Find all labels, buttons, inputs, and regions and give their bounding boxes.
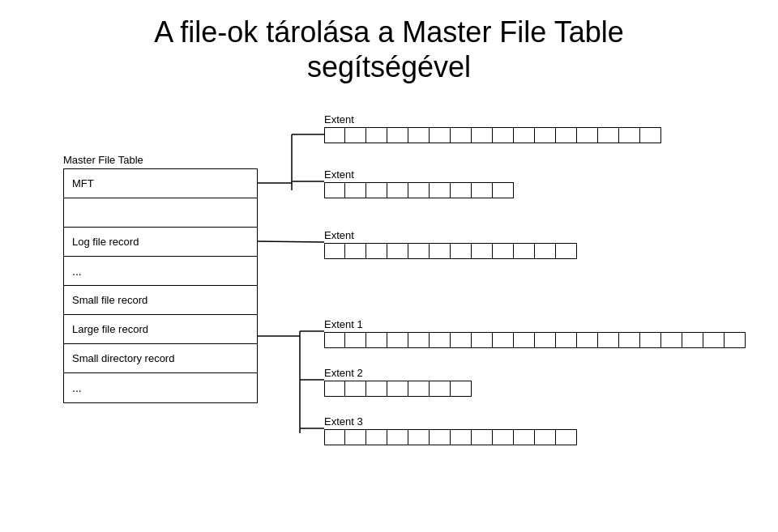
block: [493, 429, 514, 445]
block: [535, 429, 556, 445]
block: [703, 332, 725, 348]
block: [430, 182, 451, 198]
block: [387, 182, 408, 198]
extent-5: Extent 3: [324, 415, 577, 445]
extent-3-blocks: [324, 332, 746, 348]
extent-0: Extent: [324, 113, 661, 143]
extent-4-label: Extent 2: [324, 367, 472, 379]
extent-4: Extent 2: [324, 367, 472, 397]
mft-row-small-dir: Small directory record: [64, 344, 257, 373]
mft-row-dots2: ...: [64, 373, 257, 402]
block: [472, 243, 493, 259]
extent-1-blocks: [324, 182, 514, 198]
mft-row-log: Log file record: [64, 228, 257, 257]
block: [556, 429, 577, 445]
extent-3-label: Extent 1: [324, 318, 746, 330]
block: [366, 332, 387, 348]
mft-row-small-file: Small file record: [64, 286, 257, 315]
block: [408, 381, 430, 397]
block: [366, 127, 387, 143]
block: [725, 332, 746, 348]
block: [408, 243, 430, 259]
block: [324, 381, 345, 397]
extent-4-blocks: [324, 381, 472, 397]
block: [430, 381, 451, 397]
extent-0-blocks: [324, 127, 661, 143]
block: [682, 332, 703, 348]
block: [556, 243, 577, 259]
block: [387, 127, 408, 143]
mft-row-empty: [64, 198, 257, 228]
mft-row-mft: MFT: [64, 169, 257, 198]
block: [408, 127, 430, 143]
extent-5-label: Extent 3: [324, 415, 577, 428]
svg-line-4: [258, 241, 324, 242]
mft-table: MFT Log file record ... Small file recor…: [63, 168, 258, 403]
block: [514, 332, 535, 348]
block: [324, 429, 345, 445]
block: [535, 332, 556, 348]
block: [387, 381, 408, 397]
block: [619, 127, 640, 143]
block: [324, 182, 345, 198]
block: [640, 127, 661, 143]
block: [451, 381, 472, 397]
extent-0-label: Extent: [324, 113, 661, 126]
block: [387, 243, 408, 259]
block: [430, 332, 451, 348]
block: [324, 332, 345, 348]
page-title: A file-ok tárolása a Master File Table s…: [0, 0, 778, 84]
block: [472, 182, 493, 198]
block: [577, 127, 598, 143]
extent-2: Extent: [324, 229, 577, 259]
block: [345, 127, 366, 143]
mft-row-large-file: Large file record: [64, 315, 257, 344]
block: [345, 182, 366, 198]
block: [366, 182, 387, 198]
block: [556, 332, 577, 348]
mft-row-dots1: ...: [64, 257, 257, 286]
block: [535, 243, 556, 259]
extent-1: Extent: [324, 168, 514, 198]
block: [324, 127, 345, 143]
block: [408, 429, 430, 445]
block: [535, 127, 556, 143]
extent-2-blocks: [324, 243, 577, 259]
block: [451, 429, 472, 445]
block: [598, 127, 619, 143]
block: [451, 332, 472, 348]
block: [451, 182, 472, 198]
block: [345, 381, 366, 397]
block: [514, 127, 535, 143]
block: [598, 332, 619, 348]
block: [430, 127, 451, 143]
block: [324, 243, 345, 259]
block: [514, 243, 535, 259]
block: [451, 243, 472, 259]
block: [472, 127, 493, 143]
block: [493, 127, 514, 143]
block: [430, 243, 451, 259]
block: [430, 429, 451, 445]
extent-1-label: Extent: [324, 168, 514, 181]
block: [366, 381, 387, 397]
block: [408, 332, 430, 348]
block: [387, 429, 408, 445]
block: [472, 332, 493, 348]
block: [661, 332, 682, 348]
mft-table-label: Master File Table: [63, 154, 143, 166]
extent-5-blocks: [324, 429, 577, 445]
block: [366, 243, 387, 259]
block: [345, 429, 366, 445]
block: [387, 332, 408, 348]
block: [345, 332, 366, 348]
block: [493, 182, 514, 198]
block: [493, 243, 514, 259]
block: [640, 332, 661, 348]
extent-2-label: Extent: [324, 229, 577, 241]
block: [366, 429, 387, 445]
block: [556, 127, 577, 143]
block: [619, 332, 640, 348]
block: [577, 332, 598, 348]
block: [408, 182, 430, 198]
